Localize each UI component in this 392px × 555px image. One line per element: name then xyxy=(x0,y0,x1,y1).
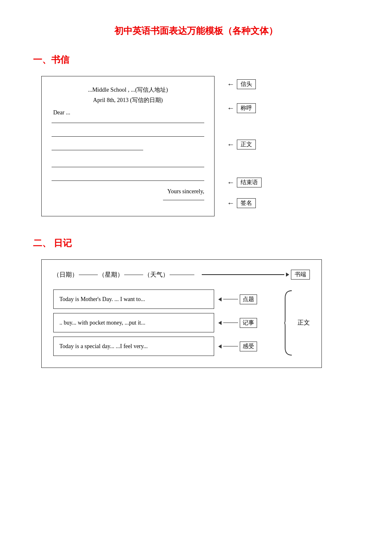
jie-shu-yu-label: ← 结束语 xyxy=(227,178,262,187)
letter-body-line2 xyxy=(52,136,204,137)
arrow-gan-shou: 感受 xyxy=(218,342,257,351)
diary-date-line xyxy=(79,275,98,275)
diary-date-label: （日期） xyxy=(53,271,78,279)
letter-body-line5 xyxy=(52,180,204,181)
diary-section: 二、 日记 （日期） （星期） （天气） 书端 Toda xyxy=(33,237,359,368)
diary-header-row: （日期） （星期） （天气） 书端 xyxy=(53,270,310,280)
main-title: 初中英语书面表达万能模板（各种文体） xyxy=(33,25,359,37)
arrow-ji-shi: 记事 xyxy=(218,318,257,328)
diary-block-row-3: Today is a special day... ...I feel very… xyxy=(53,337,275,356)
zheng-wen-label: ← 正文 xyxy=(227,140,262,149)
arrow-zhengwen: ← xyxy=(227,141,234,148)
letter-body-line4 xyxy=(52,167,204,167)
letter-diagram-wrapper: ...Middle School , ...(写信人地址) April 8th,… xyxy=(41,76,359,216)
diary-block-ji-shi-text: .. buy... with pocket money, ...put it..… xyxy=(59,320,145,326)
shu-duan-box: 书端 xyxy=(291,270,310,280)
diary-weekday-line xyxy=(124,275,143,275)
dian-ti-box: 点题 xyxy=(240,294,257,304)
letter-closing: Yours sincerely, xyxy=(52,188,204,195)
diary-block-gan-shou: Today is a special day... ...I feel very… xyxy=(53,337,214,356)
diary-weather-line xyxy=(170,275,194,275)
letter-labels: ← 信头 ← 称呼 ← 正文 ← 结束语 ← 签名 xyxy=(227,76,262,213)
zheng-wen-box: 正文 xyxy=(237,140,256,149)
letter-body-line1 xyxy=(52,123,204,123)
letter-section: 一、书信 ...Middle School , ...(写信人地址) April… xyxy=(33,54,359,216)
diary-block-dian-ti: Today is Mother's Day. ... I want to... xyxy=(53,289,214,309)
gan-shou-box: 感受 xyxy=(240,342,257,351)
xin-tou-box: 信头 xyxy=(237,79,256,89)
arrow-dian-ti: 点题 xyxy=(218,294,257,304)
xin-tou-label: ← 信头 xyxy=(227,79,262,89)
arrow-chenghu: ← xyxy=(227,104,234,112)
brace-svg xyxy=(283,290,296,356)
zhengwen-brace-container: 正文 xyxy=(283,289,310,356)
zhengwen-label: 正文 xyxy=(298,319,310,327)
arrow-qianming: ← xyxy=(227,199,234,207)
diary-weekday-label: （星期） xyxy=(99,271,123,279)
letter-header: ...Middle School , ...(写信人地址) April 8th,… xyxy=(52,85,204,105)
arrow-jieshuyu: ← xyxy=(227,179,234,186)
letter-header-line1: ...Middle School , ...(写信人地址) xyxy=(52,85,204,95)
diary-diagram-wrapper: （日期） （星期） （天气） 书端 Today is Mother's Day.… xyxy=(41,259,322,368)
diary-block-ji-shi: .. buy... with pocket money, ...put it..… xyxy=(53,313,214,332)
letter-box: ...Middle School , ...(写信人地址) April 8th,… xyxy=(41,76,215,216)
arrow-xintou: ← xyxy=(227,81,234,88)
arrow-shuduan xyxy=(286,273,289,277)
qian-ming-label: ← 签名 xyxy=(227,198,262,208)
cheng-hu-label: ← 称呼 xyxy=(227,103,262,113)
cheng-hu-box: 称呼 xyxy=(237,103,256,113)
diary-block-gan-shou-text: Today is a special day... ...I feel very… xyxy=(59,343,148,349)
ji-shi-box: 记事 xyxy=(240,318,257,328)
diary-block-row-2: .. buy... with pocket money, ...put it..… xyxy=(53,313,275,332)
letter-header-line2: April 8th, 2013 (写信的日期) xyxy=(52,95,204,105)
letter-salutation: Dear ... xyxy=(53,109,204,116)
diary-block-dian-ti-text: Today is Mother's Day. ... I want to... xyxy=(59,296,145,302)
letter-section-title: 一、书信 xyxy=(33,54,359,66)
diary-section-title: 二、 日记 xyxy=(33,237,359,249)
letter-signature-line xyxy=(163,200,204,200)
diary-weather-label: （天气） xyxy=(144,271,169,279)
letter-body-line3 xyxy=(52,150,143,150)
qian-ming-box: 签名 xyxy=(237,198,256,208)
diary-block-row-1: Today is Mother's Day. ... I want to... … xyxy=(53,289,275,309)
jie-shu-yu-box: 结束语 xyxy=(237,178,262,187)
